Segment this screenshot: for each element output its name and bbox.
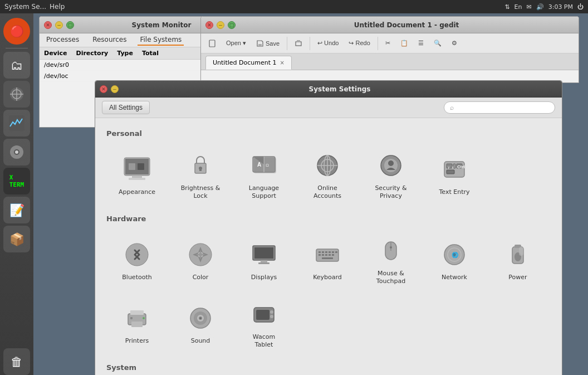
svg-rect-53 bbox=[332, 251, 334, 253]
sound-item[interactable]: Sound bbox=[170, 293, 231, 354]
ubuntu-logo[interactable]: 🔴 bbox=[3, 18, 30, 45]
settings-button[interactable]: ⚙ bbox=[448, 37, 461, 49]
svg-rect-9 bbox=[258, 44, 262, 46]
browser-icon[interactable] bbox=[3, 81, 30, 108]
maximize-button[interactable]: □ bbox=[66, 21, 74, 29]
gedit-min-button[interactable]: − bbox=[217, 21, 224, 29]
minimize-button[interactable]: − bbox=[55, 21, 63, 29]
displays-item[interactable]: Displays bbox=[233, 230, 295, 291]
wacom-tablet-item[interactable]: WacomTablet bbox=[233, 293, 295, 354]
undo-button[interactable]: ↩ Undo bbox=[313, 37, 342, 49]
svg-rect-16 bbox=[132, 176, 142, 178]
displays-icon bbox=[248, 239, 280, 270]
svg-rect-71 bbox=[519, 247, 523, 256]
appearance-item[interactable]: Appearance bbox=[106, 144, 168, 206]
language-indicator[interactable]: En bbox=[514, 3, 522, 11]
volume-indicator[interactable]: 🔊 bbox=[536, 3, 544, 11]
file-systems-tab[interactable]: File Systems bbox=[138, 35, 184, 46]
online-accounts-icon bbox=[312, 150, 343, 181]
svg-rect-14 bbox=[129, 163, 135, 170]
brightness-lock-item[interactable]: Brightness &Lock bbox=[170, 144, 231, 206]
online-accounts-label: OnlineAccounts bbox=[313, 184, 341, 201]
search-input[interactable] bbox=[457, 104, 546, 111]
new-button[interactable] bbox=[204, 37, 220, 50]
xterm-icon[interactable]: XTERM bbox=[3, 168, 30, 194]
gedit-max-button[interactable]: □ bbox=[228, 21, 236, 29]
taskbar-help-menu[interactable]: Help bbox=[50, 3, 65, 11]
printers-icon bbox=[121, 303, 153, 334]
settings-toolbar: All Settings ⌕ bbox=[95, 98, 562, 118]
text-entry-item[interactable]: y x Ctrl Text Entry bbox=[424, 144, 485, 206]
toolbar-sep-2 bbox=[310, 37, 310, 50]
security-privacy-label: Security &Privacy bbox=[375, 184, 406, 201]
taskbar-right: ⇅ En ✉ 🔊 3:03 PM ⏻ bbox=[504, 3, 584, 11]
svg-rect-75 bbox=[130, 317, 133, 319]
chrome-icon[interactable] bbox=[3, 139, 30, 165]
save-button[interactable]: Save bbox=[252, 37, 283, 50]
svg-rect-46 bbox=[261, 260, 267, 262]
color-label: Color bbox=[193, 274, 209, 281]
power-icon bbox=[502, 239, 533, 270]
device-cell: /dev/loc bbox=[44, 72, 89, 80]
svg-rect-57 bbox=[325, 254, 327, 256]
open-button[interactable]: Open ▾ bbox=[222, 37, 250, 49]
power-indicator[interactable]: ⏻ bbox=[577, 3, 584, 11]
mouse-touchpad-item[interactable]: Mouse &Touchpad bbox=[360, 230, 422, 291]
power-item[interactable]: Power bbox=[487, 230, 548, 291]
device-cell: /dev/sr0 bbox=[44, 61, 89, 69]
untitled-tab[interactable]: Untitled Document 1 × bbox=[205, 56, 292, 70]
language-support-item[interactable]: A Ω LanguageSupport bbox=[233, 144, 295, 206]
network-item[interactable]: 🌐 Network bbox=[424, 230, 485, 291]
activity-monitor-icon[interactable] bbox=[3, 110, 30, 137]
trash-icon[interactable]: 🗑 bbox=[3, 348, 30, 375]
notes-icon[interactable]: 📝 bbox=[3, 197, 30, 223]
svg-rect-17 bbox=[129, 178, 145, 180]
print-button[interactable] bbox=[291, 37, 306, 50]
svg-point-7 bbox=[15, 150, 18, 154]
svg-rect-15 bbox=[138, 163, 144, 170]
toolbar-sep-3 bbox=[378, 37, 378, 50]
sound-label: Sound bbox=[191, 337, 210, 345]
settings-main: Personal Appearance bbox=[95, 118, 562, 375]
security-privacy-item[interactable]: Security &Privacy bbox=[360, 144, 422, 206]
redo-button[interactable]: ↪ Redo bbox=[345, 37, 374, 49]
gedit-window: ✕ − □ Untitled Document 1 - gedit Open ▾… bbox=[200, 16, 579, 83]
color-item[interactable]: Color bbox=[170, 230, 231, 291]
settings-title: System Settings bbox=[122, 85, 557, 93]
directory-col[interactable]: Directory bbox=[76, 50, 109, 57]
menu-button[interactable]: ☰ bbox=[414, 37, 428, 49]
gedit-toolbar: Open ▾ Save ↩ Undo ↪ Redo ✂ 📋 ☰ 🔍 ⚙ bbox=[201, 33, 579, 53]
device-col[interactable]: Device bbox=[44, 50, 67, 57]
keyboard-item[interactable]: Keyboard bbox=[297, 230, 358, 291]
svg-rect-51 bbox=[325, 251, 327, 253]
mail-indicator[interactable]: ✉ bbox=[526, 3, 531, 11]
files-icon[interactable]: 🗂 bbox=[3, 52, 30, 79]
tab-close-button[interactable]: × bbox=[280, 60, 285, 66]
copy-button[interactable]: 📋 bbox=[396, 37, 412, 49]
brightness-lock-icon bbox=[185, 150, 216, 181]
settings-min-button[interactable]: − bbox=[111, 85, 119, 93]
bluetooth-item[interactable]: Bluetooth bbox=[106, 230, 168, 291]
online-accounts-item[interactable]: OnlineAccounts bbox=[297, 144, 358, 206]
taskbar-system-menu[interactable]: System Se... bbox=[4, 3, 46, 11]
settings-close-button[interactable]: ✕ bbox=[100, 85, 107, 93]
unity-sidebar: 🔴 🗂 XTERM 📝 📦 🗑 bbox=[0, 13, 33, 375]
svg-rect-58 bbox=[329, 254, 331, 256]
all-settings-button[interactable]: All Settings bbox=[102, 101, 150, 114]
resources-tab[interactable]: Resources bbox=[90, 35, 129, 46]
processes-tab[interactable]: Processes bbox=[44, 35, 81, 46]
search-button[interactable]: 🔍 bbox=[430, 37, 445, 49]
close-button[interactable]: ✕ bbox=[44, 21, 52, 29]
total-col[interactable]: Total bbox=[142, 50, 159, 57]
gedit-close-button[interactable]: ✕ bbox=[205, 21, 213, 29]
svg-rect-54 bbox=[335, 251, 337, 253]
type-col[interactable]: Type bbox=[117, 50, 133, 57]
svg-point-76 bbox=[143, 317, 145, 319]
svg-point-81 bbox=[200, 317, 202, 319]
network-icon: 🌐 bbox=[439, 239, 470, 270]
keyboard-indicator[interactable]: ⇅ bbox=[504, 3, 509, 11]
cut-button[interactable]: ✂ bbox=[381, 37, 394, 49]
archive-icon[interactable]: 📦 bbox=[3, 226, 30, 252]
printers-item[interactable]: Printers bbox=[106, 293, 168, 354]
appearance-label: Appearance bbox=[119, 188, 155, 196]
